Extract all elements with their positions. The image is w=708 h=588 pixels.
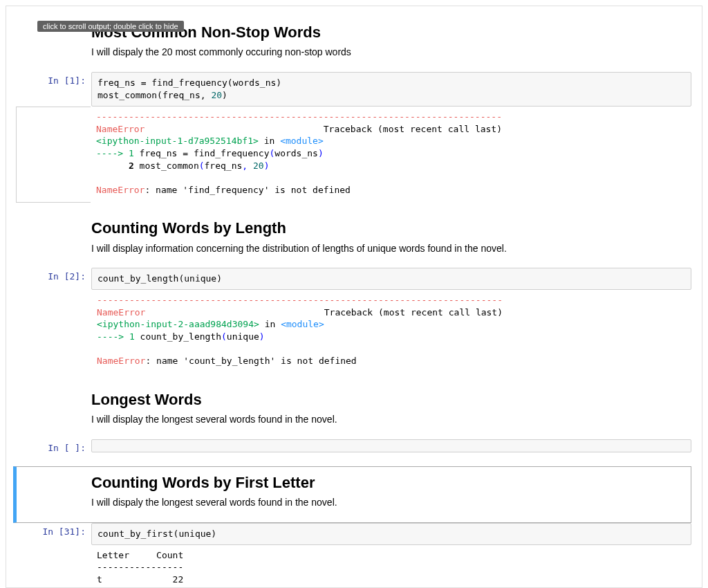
heading-counting-first-letter: Counting Words by First Letter <box>91 474 691 492</box>
output-scroll-tooltip: click to scroll output; double click to … <box>37 21 184 32</box>
heading-counting-length: Counting Words by Length <box>91 219 691 237</box>
prompt-blank: . <box>17 212 91 268</box>
error-output-2: ----------------------------------------… <box>91 290 691 374</box>
code-input-1[interactable]: freq_ns = find_frequency(words_ns) most_… <box>91 72 691 107</box>
md-text: I will dispaly the 20 most commonly occu… <box>91 46 691 59</box>
notebook-container[interactable]: . Most Common Non-Stop Words I will disp… <box>6 6 702 588</box>
md-text: I will display the longest several words… <box>91 413 691 427</box>
heading-longest-words: Longest Words <box>91 391 691 409</box>
in-prompt-1: In [1]: <box>17 72 91 107</box>
code-input-2[interactable]: count_by_length(unique) <box>91 268 691 290</box>
code-cell-2[interactable]: In [2]: count_by_length(unique) <box>17 268 691 290</box>
code-cell-1[interactable]: In [1]: freq_ns = find_frequency(words_n… <box>17 72 691 107</box>
markdown-cell[interactable]: . Counting Words by Length I will displa… <box>17 212 691 268</box>
in-prompt-3: In [ ]: <box>17 439 91 457</box>
md-text: I will dispaly the longest several words… <box>91 496 691 510</box>
md-text: I will display information concerning th… <box>91 242 691 256</box>
code-cell-3[interactable]: In [ ]: <box>17 439 691 457</box>
markdown-cell[interactable]: . Longest Words I will display the longe… <box>17 384 691 439</box>
text-output-4: Letter Count ---------------- t 22 <box>91 545 691 588</box>
output-cell-2[interactable]: . --------------------------------------… <box>17 290 691 374</box>
code-input-3[interactable] <box>91 439 691 452</box>
markdown-cell-selected[interactable]: . Counting Words by First Letter I will … <box>13 466 691 523</box>
code-cell-4[interactable]: In [31]: count_by_first(unique) <box>17 523 691 545</box>
in-prompt-4: In [31]: <box>17 523 91 545</box>
prompt-blank: . <box>17 290 91 374</box>
output-cell-4[interactable]: . Letter Count ---------------- t 22 <box>17 545 691 588</box>
output-cell-1[interactable]: ----------------------------------------… <box>17 107 691 203</box>
error-output-1: ----------------------------------------… <box>91 107 691 203</box>
code-input-4[interactable]: count_by_first(unique) <box>91 523 691 545</box>
in-prompt-2: In [2]: <box>17 268 91 290</box>
output-gutter[interactable] <box>16 107 91 203</box>
